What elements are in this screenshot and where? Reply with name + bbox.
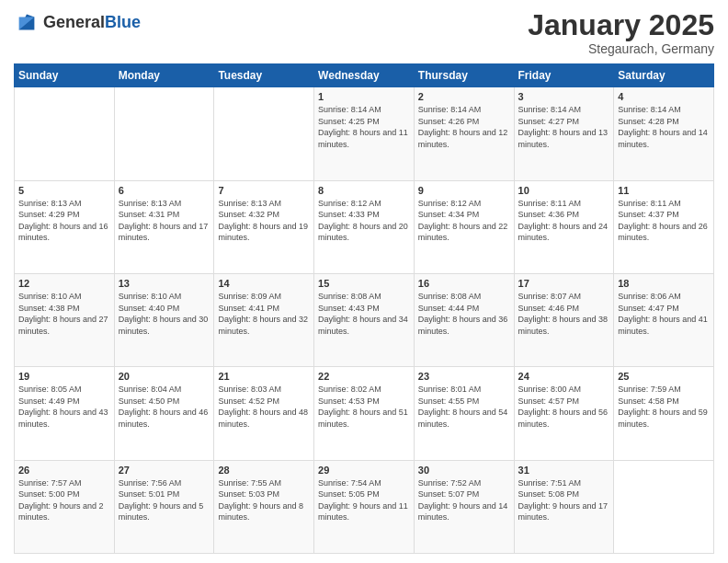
day-number: 23 [418,371,510,382]
table-row: 30Sunrise: 7:52 AMSunset: 5:07 PMDayligh… [414,460,514,553]
day-info: Sunrise: 8:13 AMSunset: 4:32 PMDaylight:… [218,198,310,244]
day-number: 13 [119,278,210,289]
day-number: 25 [618,371,710,382]
day-number: 16 [418,278,510,289]
calendar-week-row: 26Sunrise: 7:57 AMSunset: 5:00 PMDayligh… [15,460,714,553]
logo-general: GeneralBlue [43,13,141,32]
table-row [114,87,214,180]
calendar-week-row: 12Sunrise: 8:10 AMSunset: 4:38 PMDayligh… [15,273,714,366]
day-number: 29 [318,465,410,476]
day-number: 20 [119,371,210,382]
day-number: 28 [218,465,310,476]
col-monday: Monday [114,64,214,87]
logo-icon [14,9,40,35]
day-number: 5 [18,185,110,196]
table-row: 21Sunrise: 8:03 AMSunset: 4:52 PMDayligh… [214,367,314,460]
day-info: Sunrise: 8:03 AMSunset: 4:52 PMDaylight:… [218,384,310,430]
day-info: Sunrise: 8:09 AMSunset: 4:41 PMDaylight:… [218,291,310,337]
table-row: 8Sunrise: 8:12 AMSunset: 4:33 PMDaylight… [314,180,415,273]
day-info: Sunrise: 8:14 AMSunset: 4:27 PMDaylight:… [518,104,610,150]
table-row: 15Sunrise: 8:08 AMSunset: 4:43 PMDayligh… [314,273,415,366]
table-row: 12Sunrise: 8:10 AMSunset: 4:38 PMDayligh… [15,273,115,366]
day-info: Sunrise: 8:06 AMSunset: 4:47 PMDaylight:… [618,291,710,337]
calendar-week-row: 5Sunrise: 8:13 AMSunset: 4:29 PMDaylight… [15,180,714,273]
page: GeneralBlue January 2025 Stegaurach, Ger… [0,0,728,563]
day-info: Sunrise: 7:55 AMSunset: 5:03 PMDaylight:… [218,477,310,523]
table-row: 24Sunrise: 8:00 AMSunset: 4:57 PMDayligh… [514,367,614,460]
day-number: 3 [518,91,610,102]
day-info: Sunrise: 8:14 AMSunset: 4:25 PMDaylight:… [318,104,410,150]
table-row: 28Sunrise: 7:55 AMSunset: 5:03 PMDayligh… [214,460,314,553]
day-info: Sunrise: 8:08 AMSunset: 4:43 PMDaylight:… [318,291,410,337]
table-row [15,87,115,180]
day-info: Sunrise: 8:08 AMSunset: 4:44 PMDaylight:… [418,291,510,337]
day-info: Sunrise: 7:59 AMSunset: 4:58 PMDaylight:… [618,384,710,430]
header: GeneralBlue January 2025 Stegaurach, Ger… [14,9,714,56]
day-number: 4 [618,91,710,102]
table-row: 14Sunrise: 8:09 AMSunset: 4:41 PMDayligh… [214,273,314,366]
table-row: 22Sunrise: 8:02 AMSunset: 4:53 PMDayligh… [314,367,415,460]
day-info: Sunrise: 8:13 AMSunset: 4:29 PMDaylight:… [18,198,110,244]
day-info: Sunrise: 7:52 AMSunset: 5:07 PMDaylight:… [418,477,510,523]
table-row: 2Sunrise: 8:14 AMSunset: 4:26 PMDaylight… [414,87,514,180]
day-info: Sunrise: 8:01 AMSunset: 4:55 PMDaylight:… [418,384,510,430]
col-sunday: Sunday [15,64,115,87]
day-number: 22 [318,371,410,382]
day-number: 31 [518,465,610,476]
day-info: Sunrise: 8:04 AMSunset: 4:50 PMDaylight:… [119,384,210,430]
table-row [614,460,714,553]
day-info: Sunrise: 8:05 AMSunset: 4:49 PMDaylight:… [18,384,110,430]
day-info: Sunrise: 8:11 AMSunset: 4:37 PMDaylight:… [618,198,710,244]
day-number: 12 [18,278,110,289]
table-row: 25Sunrise: 7:59 AMSunset: 4:58 PMDayligh… [614,367,714,460]
table-row: 4Sunrise: 8:14 AMSunset: 4:28 PMDaylight… [614,87,714,180]
table-row: 31Sunrise: 7:51 AMSunset: 5:08 PMDayligh… [514,460,614,553]
day-number: 8 [318,185,410,196]
day-number: 7 [218,185,310,196]
col-wednesday: Wednesday [314,64,415,87]
day-info: Sunrise: 8:07 AMSunset: 4:46 PMDaylight:… [518,291,610,337]
day-number: 18 [618,278,710,289]
table-row: 13Sunrise: 8:10 AMSunset: 4:40 PMDayligh… [114,273,214,366]
table-row: 9Sunrise: 8:12 AMSunset: 4:34 PMDaylight… [414,180,514,273]
day-info: Sunrise: 8:12 AMSunset: 4:34 PMDaylight:… [418,198,510,244]
table-row: 20Sunrise: 8:04 AMSunset: 4:50 PMDayligh… [114,367,214,460]
day-info: Sunrise: 8:02 AMSunset: 4:53 PMDaylight:… [318,384,410,430]
logo: GeneralBlue [14,9,141,35]
day-info: Sunrise: 8:14 AMSunset: 4:26 PMDaylight:… [418,104,510,150]
day-number: 11 [618,185,710,196]
day-number: 17 [518,278,610,289]
table-row: 19Sunrise: 8:05 AMSunset: 4:49 PMDayligh… [15,367,115,460]
day-number: 21 [218,371,310,382]
table-row [214,87,314,180]
table-row: 16Sunrise: 8:08 AMSunset: 4:44 PMDayligh… [414,273,514,366]
calendar-table: Sunday Monday Tuesday Wednesday Thursday… [14,63,714,554]
day-number: 2 [418,91,510,102]
table-row: 27Sunrise: 7:56 AMSunset: 5:01 PMDayligh… [114,460,214,553]
day-number: 9 [418,185,510,196]
day-number: 26 [18,465,110,476]
day-info: Sunrise: 8:00 AMSunset: 4:57 PMDaylight:… [518,384,610,430]
table-row: 18Sunrise: 8:06 AMSunset: 4:47 PMDayligh… [614,273,714,366]
day-number: 19 [18,371,110,382]
table-row: 3Sunrise: 8:14 AMSunset: 4:27 PMDaylight… [514,87,614,180]
day-number: 10 [518,185,610,196]
col-thursday: Thursday [414,64,514,87]
col-tuesday: Tuesday [214,64,314,87]
calendar-week-row: 19Sunrise: 8:05 AMSunset: 4:49 PMDayligh… [15,367,714,460]
month-title: January 2025 [528,9,714,41]
day-info: Sunrise: 7:51 AMSunset: 5:08 PMDaylight:… [518,477,610,523]
title-area: January 2025 Stegaurach, Germany [528,9,714,56]
day-info: Sunrise: 7:57 AMSunset: 5:00 PMDaylight:… [18,477,110,523]
table-row: 17Sunrise: 8:07 AMSunset: 4:46 PMDayligh… [514,273,614,366]
day-info: Sunrise: 8:10 AMSunset: 4:38 PMDaylight:… [18,291,110,337]
day-number: 6 [119,185,210,196]
day-number: 24 [518,371,610,382]
table-row: 11Sunrise: 8:11 AMSunset: 4:37 PMDayligh… [614,180,714,273]
col-saturday: Saturday [614,64,714,87]
location: Stegaurach, Germany [528,41,714,56]
day-info: Sunrise: 7:56 AMSunset: 5:01 PMDaylight:… [119,477,210,523]
day-info: Sunrise: 8:10 AMSunset: 4:40 PMDaylight:… [119,291,210,337]
day-info: Sunrise: 8:14 AMSunset: 4:28 PMDaylight:… [618,104,710,150]
table-row: 6Sunrise: 8:13 AMSunset: 4:31 PMDaylight… [114,180,214,273]
